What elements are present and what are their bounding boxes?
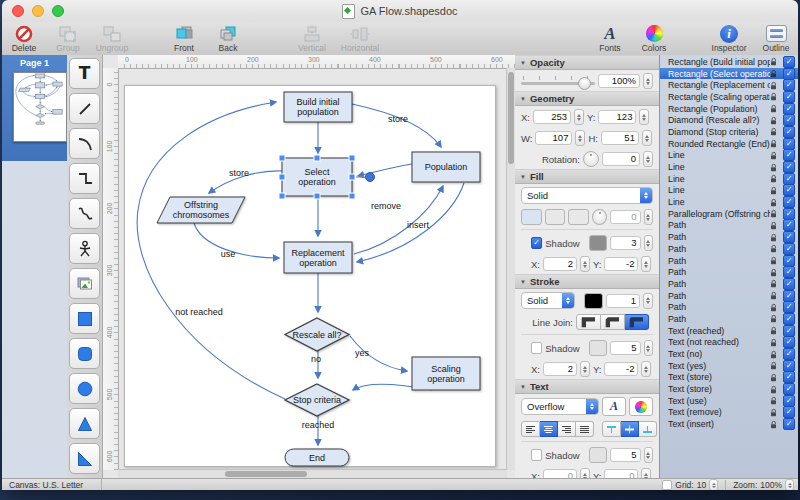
geometry-section-header[interactable]: ▼Geometry bbox=[515, 91, 659, 106]
unlocked-padlock-icon[interactable] bbox=[770, 209, 779, 218]
unlocked-padlock-icon[interactable] bbox=[770, 350, 779, 359]
freehand-tool[interactable] bbox=[69, 198, 100, 229]
unlocked-padlock-icon[interactable] bbox=[770, 326, 779, 335]
outline-item[interactable]: Path✓ bbox=[660, 301, 798, 313]
unlocked-padlock-icon[interactable] bbox=[770, 186, 779, 195]
stroke-shadow-y-field[interactable]: -2 bbox=[604, 362, 638, 376]
unlocked-padlock-icon[interactable] bbox=[770, 198, 779, 207]
visibility-checkbox[interactable]: ✓ bbox=[783, 91, 795, 103]
unlocked-padlock-icon[interactable] bbox=[770, 92, 779, 101]
visibility-checkbox[interactable]: ✓ bbox=[783, 184, 795, 196]
visibility-checkbox[interactable]: ✓ bbox=[783, 149, 795, 161]
outline-item[interactable]: Path✓ bbox=[660, 278, 798, 290]
outline-item[interactable]: Diamond (Rescale all?)✓ bbox=[660, 114, 798, 126]
front-button[interactable]: Front bbox=[162, 22, 206, 53]
stroke-shadow-x-stepper[interactable] bbox=[580, 361, 590, 377]
node-stop[interactable] bbox=[36, 113, 45, 117]
rotation-field[interactable]: 0 bbox=[602, 152, 640, 166]
fill-color-swatch-1[interactable] bbox=[521, 209, 542, 225]
geometry-w-stepper[interactable] bbox=[575, 130, 585, 146]
node-replacement[interactable] bbox=[36, 94, 45, 98]
node-scaling[interactable] bbox=[53, 110, 62, 114]
right-triangle-tool[interactable] bbox=[69, 443, 100, 474]
visibility-checkbox[interactable]: ✓ bbox=[783, 406, 795, 418]
fill-angle-stepper[interactable] bbox=[644, 209, 653, 225]
grid-stepper[interactable] bbox=[709, 479, 718, 490]
visibility-checkbox[interactable]: ✓ bbox=[783, 243, 795, 255]
line-join-round-button[interactable] bbox=[625, 314, 649, 330]
outline-item[interactable]: Path✓ bbox=[660, 231, 798, 243]
line-join-bevel-button[interactable] bbox=[601, 314, 625, 330]
outline-item[interactable]: Text (store)✓ bbox=[660, 383, 798, 395]
outline-item[interactable]: Text (store)✓ bbox=[660, 372, 798, 384]
vertical-scrollbar[interactable] bbox=[506, 68, 515, 470]
unlocked-padlock-icon[interactable] bbox=[770, 104, 779, 113]
outline-item[interactable]: Rectangle (Build initial pop...✓ bbox=[660, 56, 798, 68]
outline-item[interactable]: Text (no)✓ bbox=[660, 348, 798, 360]
geometry-h-field[interactable]: 51 bbox=[601, 131, 639, 145]
outline-item[interactable]: Text (use)✓ bbox=[660, 395, 798, 407]
text-tool[interactable]: T bbox=[69, 58, 100, 89]
geometry-x-stepper[interactable] bbox=[574, 109, 584, 125]
geometry-y-stepper[interactable] bbox=[639, 109, 649, 125]
geometry-x-field[interactable]: 253 bbox=[533, 110, 571, 124]
align-justify-button[interactable] bbox=[576, 421, 594, 437]
unlocked-padlock-icon[interactable] bbox=[770, 279, 779, 288]
outline-item[interactable]: Path✓ bbox=[660, 243, 798, 255]
unlocked-padlock-icon[interactable] bbox=[770, 151, 779, 160]
node-rescale[interactable] bbox=[36, 104, 45, 108]
unlocked-padlock-icon[interactable] bbox=[770, 303, 779, 312]
canvas[interactable]: Build initialpopulationSelectoperationPo… bbox=[118, 68, 515, 470]
curve-tool[interactable] bbox=[69, 128, 100, 159]
connection-endpoint-handle[interactable] bbox=[366, 173, 375, 182]
visibility-checkbox[interactable]: ✓ bbox=[783, 255, 795, 267]
geometry-w-field[interactable]: 107 bbox=[535, 131, 572, 145]
text-section-header[interactable]: ▼Text bbox=[515, 379, 659, 394]
fill-shadow-y-field[interactable]: -2 bbox=[604, 257, 638, 271]
group-button[interactable]: Group bbox=[46, 22, 90, 53]
outline-item[interactable]: Rounded Rectangle (End)✓ bbox=[660, 138, 798, 150]
fill-shadow-blur-stepper[interactable] bbox=[644, 235, 653, 251]
unlocked-padlock-icon[interactable] bbox=[770, 291, 779, 300]
outline-item[interactable]: Text (yes)✓ bbox=[660, 360, 798, 372]
visibility-checkbox[interactable]: ✓ bbox=[783, 371, 795, 383]
unlocked-padlock-icon[interactable] bbox=[770, 420, 779, 429]
visibility-checkbox[interactable]: ✓ bbox=[783, 395, 795, 407]
unlocked-padlock-icon[interactable] bbox=[770, 139, 779, 148]
fill-angle-dial[interactable] bbox=[592, 209, 607, 225]
page-thumbnail-item[interactable]: Page 1 bbox=[2, 55, 67, 161]
fill-angle-field[interactable]: 0 bbox=[610, 210, 640, 224]
text-color-button[interactable] bbox=[629, 397, 653, 416]
node-end[interactable] bbox=[36, 122, 45, 124]
unlocked-padlock-icon[interactable] bbox=[770, 408, 779, 417]
outline-item[interactable]: Rectangle (Population)✓ bbox=[660, 103, 798, 115]
line-join-miter-button[interactable] bbox=[576, 314, 601, 330]
valign-bottom-button[interactable] bbox=[639, 421, 657, 437]
text-shadow-blur-stepper[interactable] bbox=[644, 447, 653, 463]
delete-button[interactable]: Delete bbox=[2, 22, 46, 53]
valign-middle-button[interactable] bbox=[621, 421, 639, 437]
fonts-button[interactable]: A Fonts bbox=[588, 22, 632, 53]
outline-item[interactable]: Path✓ bbox=[660, 313, 798, 325]
visibility-checkbox[interactable]: ✓ bbox=[783, 161, 795, 173]
unlocked-padlock-icon[interactable] bbox=[770, 127, 779, 136]
visibility-checkbox[interactable]: ✓ bbox=[783, 196, 795, 208]
outline-item[interactable]: Path✓ bbox=[660, 255, 798, 267]
fill-shadow-blur-field[interactable]: 3 bbox=[610, 236, 640, 250]
text-shadow-blur-field[interactable]: 5 bbox=[610, 448, 640, 462]
visibility-checkbox[interactable]: ✓ bbox=[783, 336, 795, 348]
visibility-checkbox[interactable]: ✓ bbox=[783, 348, 795, 360]
visibility-checkbox[interactable]: ✓ bbox=[783, 290, 795, 302]
stroke-shadow-y-stepper[interactable] bbox=[641, 361, 651, 377]
node-build[interactable] bbox=[36, 74, 45, 78]
image-tool[interactable] bbox=[69, 268, 100, 299]
rotation-stepper[interactable] bbox=[643, 151, 653, 167]
back-button[interactable]: Back bbox=[206, 22, 250, 53]
unlocked-padlock-icon[interactable] bbox=[770, 221, 779, 230]
geometry-y-field[interactable]: 123 bbox=[598, 110, 636, 124]
unlocked-padlock-icon[interactable] bbox=[770, 396, 779, 405]
visibility-checkbox[interactable]: ✓ bbox=[783, 360, 795, 372]
text-shadow-color-swatch[interactable] bbox=[589, 447, 608, 463]
visibility-checkbox[interactable]: ✓ bbox=[783, 313, 795, 325]
fill-shadow-checkbox[interactable]: ✓ bbox=[531, 237, 542, 249]
